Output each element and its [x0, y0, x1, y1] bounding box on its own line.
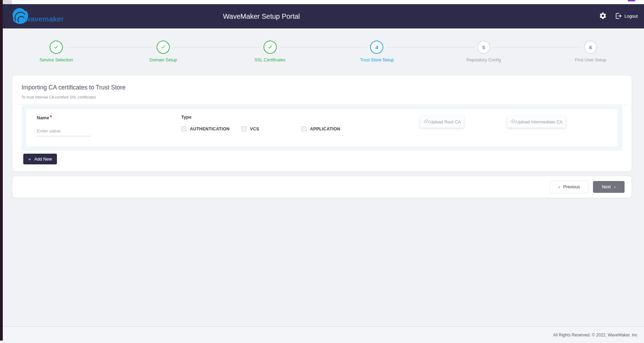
step-5-circle: 5: [477, 41, 490, 54]
step-4-circle: 4: [370, 41, 383, 54]
check-icon: [267, 43, 274, 51]
type-label: Type: [181, 114, 420, 120]
step-trust-store-setup[interactable]: 4 Trust Store Setup: [323, 41, 430, 62]
step-2-label: Domain Setup: [149, 58, 177, 62]
step-4-label: Trust Store Setup: [360, 58, 394, 62]
checkbox-application-label: APPLICATION: [310, 127, 340, 131]
plus-icon: +: [28, 156, 31, 162]
required-marker: *: [50, 114, 52, 120]
step-first-user-setup[interactable]: 6 First User Setup: [537, 41, 644, 62]
setup-stepper: Service Selection Domain Setup SSL Certi…: [3, 28, 644, 62]
step-5-number: 5: [482, 44, 485, 50]
step-domain-setup[interactable]: Domain Setup: [110, 41, 217, 62]
cloud-upload-icon: [424, 119, 429, 125]
checkbox-icon[interactable]: [241, 126, 246, 131]
type-field-column: Type AUTHENTICATION VCS APPLICATION: [181, 114, 420, 136]
checkbox-authentication[interactable]: AUTHENTICATION: [181, 126, 241, 131]
top-strip: [3, 0, 644, 4]
name-label: Name: [37, 115, 49, 120]
step-ssl-certificates[interactable]: SSL Certificates: [217, 41, 324, 62]
checkbox-vcs-label: VCS: [250, 127, 259, 131]
step-3-circle: [264, 41, 277, 54]
checkbox-vcs[interactable]: VCS: [241, 126, 301, 131]
step-6-label: First User Setup: [575, 58, 606, 62]
brand-logo: wavemaker: [11, 7, 64, 26]
copyright-text: All Rights Reserved. © 2022, WaveMaker, …: [553, 333, 637, 337]
step-1-circle: [50, 41, 63, 54]
step-6-circle: 6: [584, 41, 597, 54]
upload-root-ca-button[interactable]: Upload Root CA: [420, 116, 464, 128]
checkbox-icon[interactable]: [301, 126, 307, 131]
next-button[interactable]: Next ›: [593, 181, 625, 193]
upload-root-ca-label: Upload Root CA: [429, 120, 461, 125]
trust-store-card: Importing CA certificates to Trust Store…: [12, 76, 632, 171]
chevron-left-icon: ‹: [558, 185, 560, 189]
logout-icon: [614, 12, 622, 21]
step-3-label: SSL Certificates: [254, 58, 285, 62]
top-strip-notch: [3, 0, 12, 4]
add-new-label: Add New: [34, 157, 52, 162]
checkbox-icon[interactable]: [181, 126, 186, 131]
logout-label: Logout: [625, 14, 638, 19]
upload-intermediate-ca-button[interactable]: Upload Intermediate CA: [507, 116, 566, 128]
step-2-circle: [157, 41, 170, 54]
previous-label: Previous: [563, 185, 580, 189]
upload-intermediate-ca-label: Upload Intermediate CA: [516, 120, 562, 125]
checkbox-application[interactable]: APPLICATION: [301, 126, 361, 131]
step-repository-config[interactable]: 5 Repository Config: [430, 41, 537, 62]
previous-button[interactable]: ‹ Previous: [550, 181, 588, 193]
chevron-right-icon: ›: [614, 185, 616, 189]
header-actions: Logout: [599, 12, 638, 21]
cloud-upload-icon: [510, 119, 516, 125]
screen-edge-strip: [0, 0, 3, 341]
check-icon: [53, 43, 60, 51]
check-icon: [160, 43, 167, 51]
settings-button[interactable]: [599, 12, 607, 21]
upload-buttons-column: Upload Root CA Upload Intermediate CA: [420, 114, 607, 136]
step-6-number: 6: [589, 44, 592, 50]
type-options-row: AUTHENTICATION VCS APPLICATION: [181, 126, 420, 131]
step-1-label: Service Selection: [40, 58, 73, 62]
certificate-row: Name* Type AUTHENTICATION VCS: [26, 109, 618, 147]
brand-name: wavemaker: [25, 15, 64, 23]
next-label: Next: [602, 185, 611, 189]
logout-button[interactable]: Logout: [614, 12, 638, 21]
app-header: wavemaker WaveMaker Setup Portal Logout: [3, 4, 644, 28]
checkbox-authentication-label: AUTHENTICATION: [190, 127, 229, 131]
step-4-number: 4: [375, 44, 378, 50]
page-footer: All Rights Reserved. © 2022, WaveMaker, …: [3, 326, 644, 343]
wizard-navigation: ‹ Previous Next ›: [12, 176, 632, 198]
purple-indicator: [628, 0, 635, 1]
name-field-column: Name*: [37, 114, 181, 136]
card-title: Importing CA certificates to Trust Store: [22, 84, 622, 91]
step-5-label: Repository Config: [467, 58, 501, 62]
add-new-button[interactable]: + Add New: [23, 154, 57, 164]
card-subtitle: To trust Internal CA certified SSL certi…: [22, 95, 622, 99]
certificate-rows-container: Name* Type AUTHENTICATION VCS: [22, 105, 622, 151]
gear-icon: [599, 12, 607, 21]
page-title: WaveMaker Setup Portal: [223, 12, 300, 20]
card-divider: [17, 104, 627, 105]
step-service-selection[interactable]: Service Selection: [3, 41, 110, 62]
name-input[interactable]: [37, 126, 91, 136]
